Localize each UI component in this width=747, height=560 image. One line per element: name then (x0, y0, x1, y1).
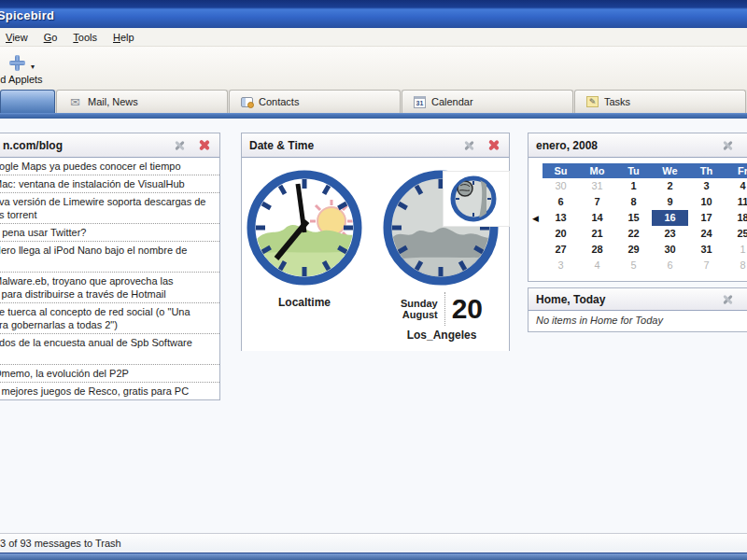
home-today-widget: Home, Today No items in Home for Today (528, 287, 747, 332)
calendar-day-cell[interactable]: 28 (579, 242, 615, 258)
titlebar[interactable]: Spicebird (0, 0, 747, 28)
calendar-day-cell[interactable]: 6 (652, 258, 688, 273)
blog-item[interactable]: a pena usar Twitter? (0, 224, 219, 242)
weekday-label: Sunday (401, 298, 438, 309)
calendar-day-cell[interactable]: 30 (543, 178, 579, 194)
calendar-day-cell[interactable]: 5 (615, 258, 652, 273)
date-time-widget-header: Date & Time (242, 133, 509, 158)
tab-label: Mail, News (88, 96, 138, 107)
calendar-day-cell[interactable]: 22 (615, 226, 652, 242)
calendar-day-headers: SuMoTuWeThFr (543, 163, 747, 178)
calendar-day-cell[interactable]: 31 (688, 242, 725, 258)
timezone-label: Los_Angeles (380, 329, 503, 342)
menu-item[interactable]: Go (38, 30, 68, 45)
calendar-day-cell[interactable]: 4 (579, 258, 615, 273)
tab[interactable]: Contacts (229, 90, 401, 113)
blog-feed-widget: n.com/blog oogle Maps ya puedes conocer … (0, 133, 220, 400)
blog-item[interactable]: Hero llega al iPod Nano bajo el nombre d… (0, 242, 219, 273)
tab[interactable]: ✉ Mail, News (56, 90, 228, 113)
tab-icon: ✎ (586, 96, 599, 107)
toolbar: ▾ d Applets (0, 47, 747, 90)
calendar-day-cell[interactable]: 6 (543, 194, 579, 210)
menubar: ViewGoToolsHelp (0, 28, 747, 47)
tab-icon: ✉ (68, 96, 82, 108)
calendar-body: ◀ SuMoTuWeThFr 3031123467891011131415161… (529, 158, 747, 281)
date-block: Sunday August 20 Los_Angeles (380, 292, 503, 342)
widget-settings-icon[interactable] (721, 139, 734, 152)
blog-item[interactable]: s mejores juegos de Resco, gratis para P… (0, 383, 219, 399)
home-today-empty-text: No items in Home for Today (529, 311, 747, 331)
calendar-prev-icon[interactable]: ◀ (532, 214, 539, 223)
calendar-day-cell[interactable]: 7 (688, 258, 725, 273)
blog-item[interactable]: eva versión de Limewire soporta descarga… (0, 193, 219, 224)
tab[interactable]: 31 Calendar (402, 90, 573, 113)
blog-item[interactable]: Mac: ventana de instalación de VisualHub (0, 175, 219, 193)
calendar-day-cell[interactable]: 8 (615, 194, 652, 210)
app-window: Spicebird ViewGoToolsHelp ▾ d Applets ✉ … (0, 0, 747, 560)
widget-settings-icon[interactable] (173, 139, 186, 152)
mini-calendar-widget: enero, 2008 ◀ SuMoTuWeThFr 3031123467891… (528, 133, 747, 282)
blog-widget-title: n.com/blog (3, 139, 63, 152)
calendar-day-cell[interactable]: 20 (543, 226, 579, 242)
calendar-day-cell[interactable]: 8 (725, 258, 747, 273)
calendar-day-cell[interactable]: 31 (579, 178, 615, 194)
month-label: August (401, 309, 438, 320)
calendar-day-cell[interactable]: 3 (543, 258, 579, 273)
blog-item[interactable]: oogle Maps ya puedes conocer el tiempo (0, 158, 219, 175)
calendar-day-cell[interactable]: 3 (688, 178, 725, 194)
add-applets-label: d Applets (0, 74, 42, 85)
add-plus-icon (8, 54, 26, 72)
calendar-day-cell[interactable]: 7 (579, 194, 615, 210)
calendar-day-cell[interactable]: 29 (615, 242, 652, 258)
calendar-day-cell[interactable]: 21 (579, 226, 615, 242)
calendar-day-header: Fr (725, 163, 747, 178)
widget-close-icon[interactable] (198, 139, 210, 151)
blog-item[interactable]: Omemo, la evolución del P2P (0, 365, 219, 383)
calendar-day-cell[interactable]: 14 (579, 210, 615, 226)
calendar-day-cell[interactable]: 17 (688, 210, 725, 226)
tab-home-active[interactable] (0, 90, 55, 113)
calendar-day-cell[interactable]: 2 (652, 178, 688, 194)
menu-item[interactable]: View (0, 30, 38, 45)
tab[interactable]: ✎ Tasks (574, 90, 746, 113)
active-tab-band (0, 113, 747, 119)
window-bottom-edge (0, 553, 747, 560)
calendar-day-cell[interactable]: 18 (725, 210, 747, 226)
home-today-title: Home, Today (536, 293, 605, 306)
status-text: 3 of 93 messages to Trash (0, 538, 121, 549)
blog-item[interactable]: de tuerca al concepto de red social (o "… (0, 303, 219, 334)
calendar-day-header: Mo (579, 163, 615, 178)
mini-world-clock (449, 175, 498, 223)
dropdown-arrow-icon[interactable]: ▾ (31, 63, 35, 71)
add-applets-button[interactable]: ▾ d Applets (0, 49, 56, 88)
widget-close-icon[interactable] (487, 139, 500, 151)
blog-item[interactable]: Malware.eb, troyano que aprovecha las s … (0, 273, 219, 303)
blog-item[interactable]: ados de la encuesta anual de Spb Softwar… (0, 334, 219, 365)
calendar-day-cell[interactable]: 11 (725, 194, 747, 210)
localtime-clock (246, 169, 363, 287)
calendar-day-cell[interactable]: 27 (543, 242, 579, 258)
calendar-day-cell[interactable]: 24 (688, 226, 725, 242)
window-title: Spicebird (0, 8, 54, 22)
calendar-day-cell[interactable]: 23 (652, 226, 688, 242)
calendar-day-header: Tu (615, 163, 652, 178)
home-today-header: Home, Today (529, 288, 747, 311)
calendar-day-cell[interactable]: 9 (652, 194, 688, 210)
calendar-day-cell[interactable]: 30 (652, 242, 688, 258)
tabstrip: ✉ Mail, News Contacts 31 Calendar (0, 90, 747, 119)
menu-item[interactable]: Help (107, 30, 145, 45)
calendar-day-cell[interactable]: 1 (725, 242, 747, 258)
calendar-day-cell[interactable]: 1 (615, 178, 652, 194)
widget-settings-icon[interactable] (721, 293, 734, 306)
widget-settings-icon[interactable] (462, 139, 475, 152)
date-time-widget: Date & Time (241, 133, 510, 351)
calendar-day-cell[interactable]: 13 (543, 210, 579, 226)
tab-label: Calendar (431, 96, 473, 107)
calendar-day-cell[interactable]: 15 (615, 210, 652, 226)
calendar-day-cell[interactable]: 16 (652, 210, 688, 226)
calendar-day-cell[interactable]: 4 (725, 178, 747, 194)
calendar-day-cell[interactable]: 25 (725, 226, 747, 242)
calendar-day-header: We (652, 163, 688, 178)
menu-item[interactable]: Tools (67, 30, 107, 45)
calendar-day-cell[interactable]: 10 (688, 194, 725, 210)
